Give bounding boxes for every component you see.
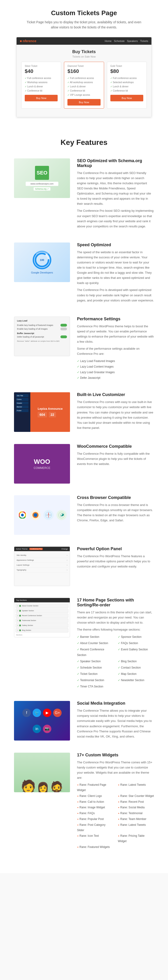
hs-blog: Blog Section (118, 659, 154, 664)
option-panel-content: Powerful Option Panel The Conference Pro… (77, 546, 154, 571)
hs-newsletter: Newsletter Section (118, 678, 154, 683)
feature-row-woo: WOO COMMERCE WooCommerce Compatible The … (14, 444, 154, 484)
hs-event-gallery: Event Gallery Section (118, 647, 154, 658)
perf-toggle-3[interactable] (61, 336, 67, 338)
hs-about-counter: About Counter Section (77, 640, 113, 646)
option-item-3[interactable]: Layout Settings › (16, 563, 68, 568)
drag-handle-6[interactable]: ≡ (17, 629, 18, 632)
custom-tickets-section: Custom Tickets Page Ticket Page helps yo… (0, 0, 168, 126)
option-item-2[interactable]: Appearance Settings › (16, 558, 68, 563)
ticket-price-diamond: $160 (67, 68, 100, 74)
perf-toggle-2[interactable] (61, 328, 67, 330)
customizer-stat-2: 22 (49, 412, 56, 417)
feature-row-seo: SEO www.conferancepro.com Schema.org ✓ S… (14, 158, 154, 231)
homesections-para-2: The theme offers following homepage sect… (77, 627, 154, 632)
widget-featured-widgets: Rane: Featured Widgets (77, 845, 113, 850)
crossbrowser-para-1: The Conference Pro is a cross-browser th… (77, 503, 154, 523)
hs-faqs: FAQs Section (118, 640, 154, 646)
option-item-4[interactable]: Typography › (16, 568, 68, 573)
speed-label: Google Developers (31, 271, 53, 274)
sorting-check-2[interactable] (19, 610, 21, 612)
ticket-features-silver: Full conference access Workshop sessions… (25, 76, 58, 93)
sorting-check-3[interactable] (19, 615, 21, 617)
woo-sub: COMMERCE (34, 466, 50, 469)
cust-sidebar-item-5: Footer (16, 409, 29, 412)
key-features-title: Key Features (14, 138, 154, 147)
drag-handle-5[interactable]: ≡ (17, 624, 18, 627)
customizer-sidebar: Site Title Colors Header Banner Footer (14, 392, 30, 432)
sorting-body: ≡ About Counter Section ≡ Speaker Sectio… (14, 602, 70, 637)
crossbrowser-content: Cross Browser Compatible The Conference … (77, 495, 154, 525)
chrome-icon (17, 510, 27, 520)
sorting-item-3: ≡ Recent Conference Section (16, 614, 68, 618)
perf-toggle-1[interactable] (61, 324, 67, 326)
seo-url-bar: www.conferancepro.com (26, 182, 58, 186)
perf-check-1: Lazy Load Featured Images (77, 358, 154, 364)
woo-image: WOO COMMERCE (14, 444, 70, 484)
sorting-check-5[interactable] (19, 625, 21, 627)
ticket-type-silver: Silver Ticket (25, 65, 58, 67)
header-logo: ■ nference (20, 39, 37, 43)
social-content: Social Media Integration The Conference … (77, 701, 154, 741)
drag-handle-2[interactable]: ≡ (17, 609, 18, 612)
seo-schema-label: Schema.org ✓ (34, 187, 50, 191)
drag-handle-3[interactable]: ≡ (17, 614, 18, 617)
widget-star-counter: Rane: Star Counter Widget (118, 794, 154, 799)
sorting-check-4[interactable] (19, 620, 21, 622)
sorting-item-2: ≡ Speaker Section (16, 609, 68, 613)
sorting-check-6[interactable] (19, 629, 21, 631)
arrow-icon-1: › (67, 554, 67, 557)
widget-call-to-action: Rane: Call to Action (77, 799, 113, 805)
svg-point-6 (34, 513, 37, 517)
feature-row-widgets: 🧑 👩 🧔 17+ Custom Widgets The Conference … (14, 752, 154, 850)
ticket-type-gold: Gold Ticket (110, 65, 143, 67)
safari-icon (43, 510, 54, 520)
speed-circle: 100 (33, 251, 51, 269)
cust-sidebar-item-4: Banner (16, 405, 29, 408)
hs-timer-cta: Timer CTA Section (77, 684, 113, 689)
social-para-1: The Conference Theme allows you to integ… (77, 708, 154, 739)
speed-para-2: The Conference Pro is developed with spe… (77, 288, 154, 303)
header-nav: Home Schedule Speakers Tickets (105, 40, 148, 42)
cust-sidebar-item-1: Site Title (16, 394, 29, 397)
seo-para-2: The Conference Pro boost SEO ranking by … (77, 208, 154, 229)
sorting-header: Top Sections (14, 598, 70, 602)
people-figures: 🧑 👩 🧔 (18, 780, 66, 792)
drag-handle-4[interactable]: ≡ (17, 619, 18, 622)
widget-popular-post: Rane: Popular Post (77, 816, 113, 822)
buy-tickets-header: ■ nference Home Schedule Speakers Ticket… (16, 37, 152, 45)
perf-note: Remove "defer" attribute on scripts from… (17, 340, 67, 342)
googleplus-icon: G+ (53, 709, 62, 717)
key-features-section: Key Features SEO www.conferancepro.com S… (0, 126, 168, 873)
buy-gold-button[interactable]: Buy Now (110, 95, 143, 101)
svg-text:100: 100 (40, 259, 44, 261)
buy-silver-button[interactable]: Buy Now (25, 95, 58, 101)
widget-testimonial: Rane: Testimonial (118, 811, 154, 816)
option-panel-body: Site Identity › Appearance Settings › La… (14, 551, 70, 574)
drag-handle-1[interactable]: ≡ (17, 605, 18, 607)
ticket-features-gold: Full conference access Selected workshop… (110, 76, 143, 93)
sorting-check-1[interactable] (19, 605, 21, 607)
speed-content: Speed Optimized The speed of the website… (77, 242, 154, 305)
arrow-icon-3: › (67, 564, 67, 566)
firefox-icon (30, 510, 41, 520)
linkedin-icon: in (33, 725, 41, 733)
browser-image (14, 495, 70, 535)
customizer-para-1: The Conference Pro comes with easy to us… (77, 399, 154, 431)
person-figure-3: 🧔 (50, 781, 63, 792)
performance-checklist: Lazy Load Featured Images Lazy Load Cont… (77, 358, 154, 381)
social-image: f 🐦 ▶ G+ in 📷 (14, 701, 70, 741)
buy-diamond-button[interactable]: Buy Now (67, 99, 100, 105)
option-panel-change[interactable]: Change (61, 548, 68, 550)
feature-row-crossbrowser: Cross Browser Compatible The Conference … (14, 495, 154, 535)
customizer-preview-title: Lepiza Announce (38, 407, 62, 410)
hs-banner: Banner Section (77, 634, 113, 640)
ticket-price-gold: $80 (110, 68, 143, 74)
woo-content: WooCommerce Compatible The Conference Pr… (77, 444, 154, 468)
widget-icon-text: Rane: Icon Text (77, 833, 113, 844)
section-label-row: Section (16, 633, 68, 636)
seo-content: SEO Optimized with Schema.org Markup The… (77, 158, 154, 231)
option-item-1[interactable]: Site Identity › (16, 553, 68, 558)
widget-latest-tweets: Rane: Latest Tweets (118, 782, 154, 793)
sorting-item-5: ≡ Gallery Section (16, 624, 68, 628)
